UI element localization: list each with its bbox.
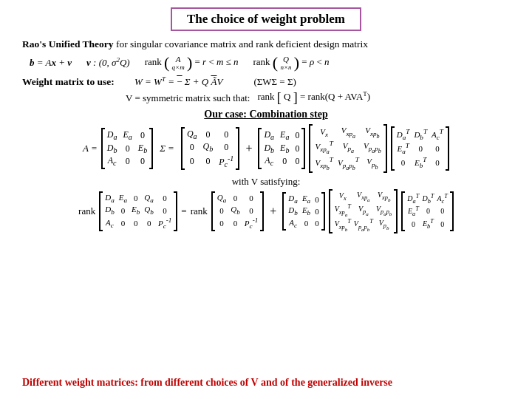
v-description-row: V = symmetric matrix such that: rank [ Q… — [22, 90, 510, 106]
formula-rank-A: rank ( A q×m ) = r < m ≤ n — [145, 55, 239, 71]
sigma-w-sigma: (ΣWΣ = Σ) — [253, 76, 296, 88]
weight-formula: W = WT = − Σ + Q ÃV — [134, 75, 222, 88]
subtitle-bold: Rao's Unified Theory — [22, 38, 114, 50]
top-formulas: b = Ax + v v : (0, σ2Q) rank ( A q×m ) =… — [22, 55, 510, 71]
our-case: Our case: Combination step — [22, 109, 510, 120]
subtitle: Rao's Unified Theory for singular covari… — [22, 38, 510, 50]
title-text: The choice of weight problem — [187, 12, 345, 26]
subtitle-rest: for singular covariance matrix and rank … — [114, 38, 369, 50]
v-description: V = symmetric matrix such that: — [126, 92, 250, 104]
formula-v-dist: v : (0, σ2Q) — [86, 56, 130, 69]
weight-matrix-row: Weight matrix to use: W = WT = − Σ + Q Ã… — [22, 75, 510, 88]
bottom-text: Different weight matrices: from differen… — [22, 377, 510, 389]
with-v: with V satisfying: — [22, 176, 510, 188]
rank-q-ava: rank [ Q ] = rank(Q + AVAT) — [257, 90, 370, 106]
page: The choice of weight problem Rao's Unifi… — [0, 0, 532, 399]
weight-label: Weight matrix to use: — [22, 76, 126, 88]
formula-bAxv: b = Ax + v — [30, 57, 72, 69]
formula-rank-Q: rank ( Q n×n ) = ρ < n — [253, 55, 330, 71]
main-matrix-eq: A = DaEa0 Db0Eb Ac00 Σ = Qa00 0Qb0 00Pc-… — [22, 124, 510, 172]
rank-eq-row: rank DaEa0Qa0 Db0EbQb0 Ac000Pc-1 = rank … — [22, 189, 510, 234]
title-box: The choice of weight problem — [171, 7, 361, 31]
